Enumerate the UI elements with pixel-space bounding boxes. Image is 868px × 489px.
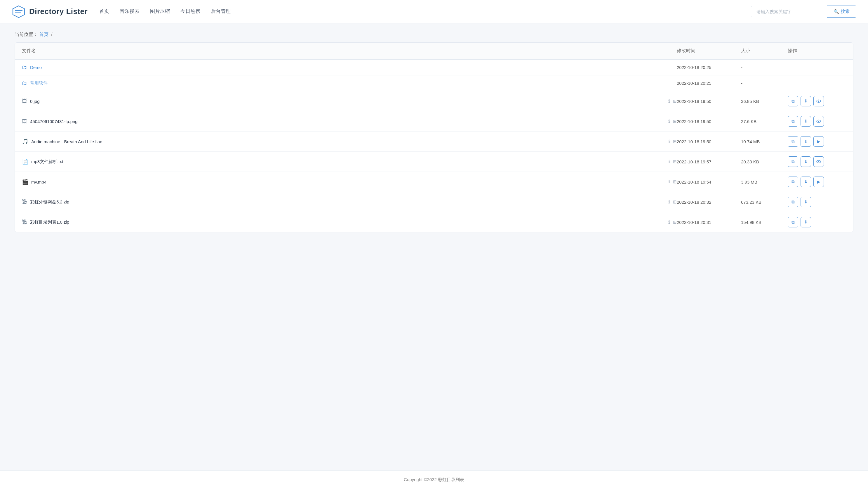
logo-text: Directory Lister — [29, 7, 88, 16]
nav-music[interactable]: 音乐搜索 — [120, 7, 140, 17]
nav-image[interactable]: 图片压缩 — [150, 7, 170, 17]
file-icon: 🖼 — [22, 118, 27, 124]
svg-marker-0 — [13, 6, 25, 18]
file-icon: 🗜 — [22, 199, 27, 205]
info-icon[interactable]: ℹ — [668, 159, 670, 164]
file-meta-icons: ℹ ⊞ — [668, 119, 677, 124]
file-modified: 2022-10-18 20:25 — [677, 65, 741, 70]
file-size: 154.98 KB — [741, 220, 788, 225]
file-name-cell: 🗂 Demo — [22, 64, 677, 70]
file-name-cell: 🖼 45047061007431-lp.png ℹ ⊞ — [22, 118, 677, 124]
info-icon[interactable]: ℹ — [668, 98, 670, 104]
breadcrumb: 当前位置： 首页 / — [0, 23, 868, 42]
copy-button[interactable]: ⧉ — [788, 136, 798, 147]
download-button[interactable]: ⬇ — [801, 116, 811, 126]
file-name[interactable]: 45047061007431-lp.png — [30, 119, 663, 124]
file-modified: 2022-10-18 19:57 — [677, 159, 741, 164]
action-cell: ⧉ ⬇ — [788, 116, 846, 126]
download-button[interactable]: ⬇ — [801, 197, 811, 207]
file-name-cell: 🎬 mv.mp4 ℹ ⊞ — [22, 179, 677, 185]
search-area: 🔍 搜索 — [751, 5, 856, 18]
play-button[interactable]: ▶ — [813, 176, 824, 187]
table-row: 🖼 45047061007431-lp.png ℹ ⊞ 2022-10-18 1… — [15, 111, 853, 132]
file-modified: 2022-10-18 19:50 — [677, 119, 741, 124]
svg-rect-1 — [15, 10, 23, 11]
view-button[interactable] — [813, 96, 824, 106]
file-name[interactable]: 彩虹目录列表1.0.zip — [30, 220, 663, 225]
action-cell: ⧉ ⬇ — [788, 156, 846, 167]
file-meta-icons: ℹ ⊞ — [668, 139, 677, 144]
download-button[interactable]: ⬇ — [801, 176, 811, 187]
folder-icon: 🗂 — [22, 64, 27, 70]
nav-admin[interactable]: 后台管理 — [211, 7, 231, 17]
action-cell: ⧉ ⬇ — [788, 217, 846, 227]
download-button[interactable]: ⬇ — [801, 96, 811, 106]
table-row: 🗂 常用软件 2022-10-18 20:25 - — [15, 76, 853, 91]
table-row: 🗜 彩虹目录列表1.0.zip ℹ ⊞ 2022-10-18 20:31 154… — [15, 212, 853, 232]
file-meta-icons: ℹ ⊞ — [668, 220, 677, 225]
file-icon: 🖼 — [22, 98, 27, 104]
qr-icon[interactable]: ⊞ — [673, 159, 677, 164]
download-button[interactable]: ⬇ — [801, 156, 811, 167]
qr-icon[interactable]: ⊞ — [673, 220, 677, 225]
qr-icon[interactable]: ⊞ — [673, 179, 677, 184]
breadcrumb-separator: / — [51, 32, 52, 37]
info-icon[interactable]: ℹ — [668, 119, 670, 124]
view-button[interactable] — [813, 116, 824, 126]
footer: Copyright ©2022 彩虹目录列表 — [0, 470, 868, 489]
action-cell: ⧉ ⬇ — [788, 197, 846, 207]
file-size: 27.6 KB — [741, 119, 788, 124]
folder-icon: 🗂 — [22, 80, 27, 86]
file-size: - — [741, 81, 788, 86]
copy-button[interactable]: ⧉ — [788, 197, 798, 207]
file-name[interactable]: mv.mp4 — [31, 179, 663, 184]
main-content: 文件名 修改时间 大小 操作 🗂 Demo 2022-10-18 20:25 -… — [0, 42, 868, 470]
copy-button[interactable]: ⧉ — [788, 176, 798, 187]
file-name-cell: 🗂 常用软件 — [22, 80, 677, 86]
file-name[interactable]: 彩虹外链网盘5.2.zip — [30, 199, 663, 205]
search-input[interactable] — [751, 6, 827, 17]
table-header: 文件名 修改时间 大小 操作 — [15, 43, 853, 60]
action-cell: ⧉ ⬇ ▶ — [788, 176, 846, 187]
play-button[interactable]: ▶ — [813, 136, 824, 147]
file-meta-icons: ℹ ⊞ — [668, 98, 677, 104]
copy-button[interactable]: ⧉ — [788, 96, 798, 106]
file-name-cell: 🎵 Audio machine - Breath And Life.flac ℹ… — [22, 138, 677, 145]
breadcrumb-home-link[interactable]: 首页 — [39, 32, 49, 37]
qr-icon[interactable]: ⊞ — [673, 98, 677, 104]
table-row: 📄 mp3文件解析.txt ℹ ⊞ 2022-10-18 19:57 20.33… — [15, 152, 853, 172]
nav-trending[interactable]: 今日热榜 — [180, 7, 200, 17]
view-button[interactable] — [813, 156, 824, 167]
qr-icon[interactable]: ⊞ — [673, 119, 677, 124]
col-filename: 文件名 — [22, 48, 677, 54]
file-icon: 🎬 — [22, 179, 28, 185]
search-button[interactable]: 🔍 搜索 — [827, 5, 856, 18]
file-icon: 🗜 — [22, 219, 27, 225]
info-icon[interactable]: ℹ — [668, 199, 670, 205]
col-size: 大小 — [741, 48, 788, 54]
file-name[interactable]: Demo — [30, 65, 677, 70]
nav-home[interactable]: 首页 — [99, 7, 109, 17]
search-btn-label: 搜索 — [841, 9, 849, 14]
file-name[interactable]: 0.jpg — [30, 99, 663, 104]
file-meta-icons: ℹ ⊞ — [668, 199, 677, 205]
download-button[interactable]: ⬇ — [801, 217, 811, 227]
copy-button[interactable]: ⧉ — [788, 217, 798, 227]
logo-area: Directory Lister — [12, 5, 88, 19]
info-icon[interactable]: ℹ — [668, 179, 670, 184]
copy-button[interactable]: ⧉ — [788, 156, 798, 167]
download-button[interactable]: ⬇ — [801, 136, 811, 147]
file-name[interactable]: mp3文件解析.txt — [31, 159, 663, 165]
file-name[interactable]: Audio machine - Breath And Life.flac — [31, 139, 663, 144]
info-icon[interactable]: ℹ — [668, 220, 670, 225]
file-name-cell: 📄 mp3文件解析.txt ℹ ⊞ — [22, 159, 677, 165]
file-name[interactable]: 常用软件 — [30, 80, 677, 86]
copy-button[interactable]: ⧉ — [788, 116, 798, 126]
qr-icon[interactable]: ⊞ — [673, 139, 677, 144]
table-row: 🗂 Demo 2022-10-18 20:25 - — [15, 60, 853, 76]
info-icon[interactable]: ℹ — [668, 139, 670, 144]
svg-point-6 — [818, 121, 819, 122]
footer-text: Copyright ©2022 彩虹目录列表 — [404, 477, 464, 482]
qr-icon[interactable]: ⊞ — [673, 199, 677, 205]
header: Directory Lister 首页 音乐搜索 图片压缩 今日热榜 后台管理 … — [0, 0, 868, 23]
